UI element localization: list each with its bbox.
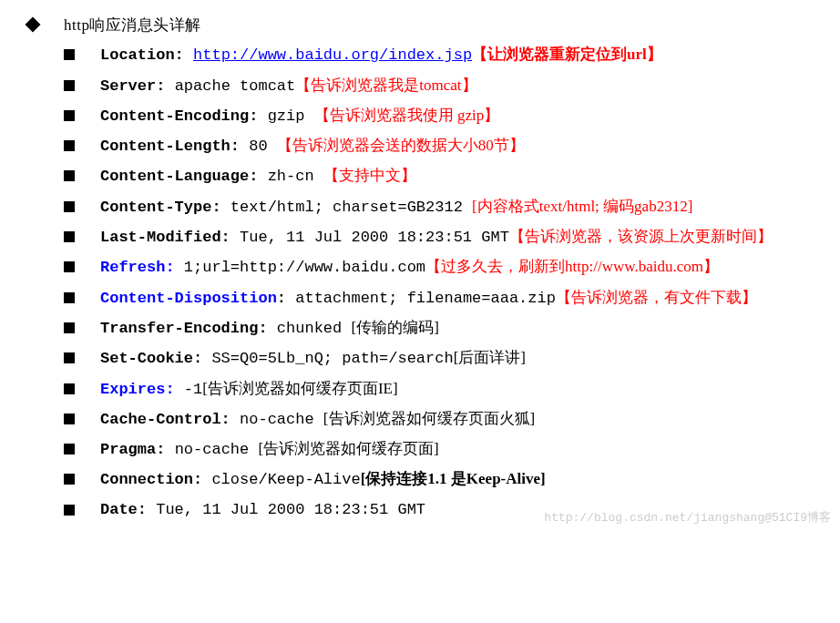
header-note: 【告诉浏览器我是tomcat】 (295, 77, 476, 94)
square-bullet-icon (64, 352, 75, 363)
header-note: [保持连接1.1 是Keep-Alive] (361, 470, 546, 487)
square-bullet-icon (64, 322, 75, 333)
list-item: Date: Tue, 11 Jul 2000 18:23:51 GMT (64, 495, 822, 525)
item-content: Content-Length: 80 【告诉浏览器会送的数据大小80节】 (100, 131, 822, 161)
header-name: Content-Length: (100, 138, 240, 155)
list-item: Content-Disposition: attachment; filenam… (64, 283, 822, 313)
header-note: 【告诉浏览器会送的数据大小80节】 (277, 137, 525, 154)
square-bullet-icon (64, 414, 75, 424)
header-value: chunked (277, 320, 352, 337)
item-content: Content-Disposition: attachment; filenam… (100, 283, 822, 313)
header-note: 【让浏览器重新定位到url】 (472, 46, 662, 63)
item-content: Refresh: 1;url=http://www.baidu.com【过多久去… (100, 252, 822, 282)
list-item: Expires: -1[告诉浏览器如何缓存页面IE] (64, 374, 822, 404)
item-content: Location: http://www.baidu.org/index.jsp… (100, 40, 822, 70)
item-content: Server: apache tomcat【告诉浏览器我是tomcat】 (100, 71, 822, 101)
header-note: 【过多久去，刷新到http://www.baidu.com】 (425, 258, 719, 275)
header-name: Content-Type: (100, 199, 221, 216)
diamond-bullet-icon (26, 17, 41, 33)
item-content: Connection: close/Keep-Alive[保持连接1.1 是Ke… (100, 465, 822, 495)
header-name: Last-Modified: (100, 229, 230, 246)
header-value: Tue, 11 Jul 2000 18:23:51 GMT (156, 501, 425, 518)
title-row: http响应消息头详解 (27, 11, 822, 40)
square-bullet-icon (64, 231, 75, 242)
square-bullet-icon (64, 49, 75, 60)
list-item: Content-Type: text/html; charset=GB2312 … (64, 192, 822, 222)
header-name: Expires: (100, 381, 175, 398)
header-list: Location: http://www.baidu.org/index.jsp… (27, 40, 822, 525)
list-item: Location: http://www.baidu.org/index.jsp… (64, 40, 822, 70)
header-note: 【告诉浏览器，有文件下载】 (556, 289, 757, 306)
square-bullet-icon (64, 170, 75, 181)
header-note: [告诉浏览器如何缓存页面IE] (202, 380, 397, 397)
item-content: Content-Encoding: gzip 【告诉浏览器我使用 gzip】 (100, 101, 822, 131)
header-note: [告诉浏览器如何缓存页面] (258, 440, 438, 457)
header-name: Set-Cookie: (100, 350, 202, 367)
item-content: Cache-Control: no-cache [告诉浏览器如何缓存页面火狐] (100, 404, 822, 434)
square-bullet-icon (64, 444, 75, 454)
header-name: Cache-Control: (100, 411, 230, 428)
header-name: Pragma: (100, 441, 165, 458)
item-content: Set-Cookie: SS=Q0=5Lb_nQ; path=/search[后… (100, 343, 822, 373)
colon: : (277, 290, 286, 307)
list-item: Refresh: 1;url=http://www.baidu.com【过多久去… (64, 252, 822, 282)
list-item: Cache-Control: no-cache [告诉浏览器如何缓存页面火狐] (64, 404, 822, 434)
item-content: Expires: -1[告诉浏览器如何缓存页面IE] (100, 374, 822, 404)
header-name: Server: (100, 77, 165, 95)
header-value: attachment; filename=aaa.zip (295, 290, 556, 307)
square-bullet-icon (64, 474, 75, 485)
header-value: apache tomcat (175, 77, 296, 95)
header-note: 【告诉浏览器，该资源上次更新时间】 (509, 228, 773, 245)
header-value: text/html; charset=GB2312 (230, 199, 472, 216)
header-value: no-cache (240, 411, 323, 428)
header-name: Content-Encoding: (100, 107, 258, 125)
list-item: Content-Encoding: gzip 【告诉浏览器我使用 gzip】 (64, 101, 822, 131)
item-content: Date: Tue, 11 Jul 2000 18:23:51 GMT (100, 495, 822, 525)
header-value: SS=Q0=5Lb_nQ; path=/search (211, 350, 453, 367)
square-bullet-icon (64, 261, 75, 272)
square-bullet-icon (64, 292, 75, 303)
list-item: Pragma: no-cache [告诉浏览器如何缓存页面] (64, 434, 822, 465)
header-note: [告诉浏览器如何缓存页面火狐] (323, 410, 535, 427)
header-note: [传输的编码] (351, 319, 438, 336)
header-link[interactable]: http://www.baidu.org/index.jsp (193, 46, 472, 64)
item-content: Pragma: no-cache [告诉浏览器如何缓存页面] (100, 434, 822, 465)
list-item: Set-Cookie: SS=Q0=5Lb_nQ; path=/search[后… (64, 343, 822, 373)
square-bullet-icon (64, 140, 75, 151)
header-value: close/Keep-Alive (211, 471, 360, 488)
header-note: [内容格式text/html; 编码gab2312] (472, 198, 692, 215)
item-content: Last-Modified: Tue, 11 Jul 2000 18:23:51… (100, 222, 822, 252)
list-item: Server: apache tomcat【告诉浏览器我是tomcat】 (64, 71, 822, 101)
item-content: Transfer-Encoding: chunked [传输的编码] (100, 313, 822, 343)
header-value: Tue, 11 Jul 2000 18:23:51 GMT (240, 229, 509, 246)
header-value: zh-cn (268, 168, 323, 185)
header-name: Date: (100, 501, 147, 518)
header-value: no-cache (175, 441, 259, 458)
square-bullet-icon (64, 201, 75, 212)
header-name: Transfer-Encoding: (100, 320, 268, 337)
header-value: -1 (184, 381, 202, 398)
list-item: Connection: close/Keep-Alive[保持连接1.1 是Ke… (64, 465, 822, 495)
square-bullet-icon (64, 110, 75, 121)
header-name: Refresh: (100, 259, 175, 276)
item-content: Content-Language: zh-cn 【支持中文】 (100, 161, 822, 191)
header-name: Content-Language: (100, 168, 258, 185)
header-value: 1;url=http://www.baidu.com (184, 259, 425, 276)
list-item: Content-Language: zh-cn 【支持中文】 (64, 161, 822, 191)
header-note: [后面详讲] (454, 349, 526, 366)
square-bullet-icon (64, 505, 75, 516)
square-bullet-icon (64, 383, 75, 394)
header-note: 【支持中文】 (323, 167, 416, 184)
header-value: gzip (268, 107, 314, 125)
list-item: Last-Modified: Tue, 11 Jul 2000 18:23:51… (64, 222, 822, 252)
header-name: Content-Disposition (100, 290, 277, 307)
header-note: 【告诉浏览器我使用 gzip】 (314, 107, 500, 124)
list-item: Content-Length: 80 【告诉浏览器会送的数据大小80节】 (64, 131, 822, 161)
item-content: Content-Type: text/html; charset=GB2312 … (100, 192, 822, 222)
page-title: http响应消息头详解 (64, 11, 201, 40)
header-name: Location: (100, 46, 184, 64)
square-bullet-icon (64, 80, 75, 91)
header-name: Connection: (100, 471, 202, 488)
header-value: 80 (249, 138, 277, 155)
list-item: Transfer-Encoding: chunked [传输的编码] (64, 313, 822, 343)
